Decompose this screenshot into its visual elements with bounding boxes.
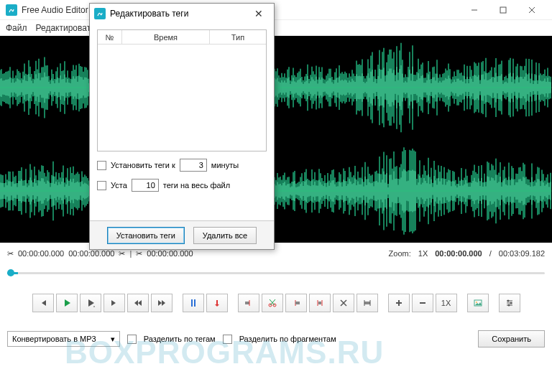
title-bar: Free Audio Editor <box>0 0 552 20</box>
crop-button[interactable] <box>356 294 378 312</box>
scissors-icon: ✂ <box>136 249 142 258</box>
col-number: № <box>98 30 122 44</box>
edit-tags-dialog: Редактировать теги ✕ № Время Тип Установ… <box>89 3 275 250</box>
scissors-icon: ✂ <box>7 249 14 258</box>
minutes-label: минуты <box>211 161 239 169</box>
svg-rect-1560 <box>364 302 370 304</box>
waveform-view[interactable] <box>0 36 552 243</box>
transport-toolbar: 1X <box>0 281 552 325</box>
split-tags-checkbox[interactable] <box>127 335 137 344</box>
position-time: 00:00:00.000 <box>435 249 482 258</box>
dialog-titlebar[interactable]: Редактировать теги ✕ <box>90 4 274 24</box>
menu-bar: Файл Редактировать <box>0 20 552 36</box>
col-time: Время <box>122 30 210 44</box>
svg-rect-1 <box>500 7 506 13</box>
time-end: 00:00:00.000 <box>147 249 193 258</box>
tags-whole-file-label: теги на весь файл <box>163 181 230 190</box>
save-button[interactable]: Сохранить <box>478 330 545 347</box>
dialog-close-button[interactable]: ✕ <box>248 8 270 19</box>
split-fragments-label: Разделить по фрагментам <box>239 335 336 343</box>
split-tags-label: Разделить по тегам <box>144 335 216 343</box>
set-tags-interval-label: Установить теги к <box>111 161 175 169</box>
maximize-button[interactable] <box>489 0 518 20</box>
position-slider-row <box>0 264 552 281</box>
close-button[interactable] <box>518 0 546 20</box>
set-tags-count-label: Уста <box>111 181 127 190</box>
svg-rect-1547 <box>245 302 249 304</box>
split-fragments-checkbox[interactable] <box>223 335 232 344</box>
position-slider[interactable] <box>7 272 545 274</box>
tags-table[interactable]: № Время Тип <box>97 29 267 151</box>
chevron-down-icon: ▾ <box>111 335 115 344</box>
image-button[interactable] <box>467 294 489 312</box>
scissors-icon: ✂ <box>119 249 125 258</box>
svg-line-1552 <box>270 299 275 305</box>
bottom-bar: Конвертировать в MP3▾ Разделить по тегам… <box>0 325 552 353</box>
svg-rect-1554 <box>295 302 300 304</box>
rewind-button[interactable] <box>127 294 149 312</box>
delete-all-button[interactable]: Удалить все <box>193 227 257 244</box>
zoom-in-button[interactable] <box>388 294 410 312</box>
trim-outside-button[interactable] <box>309 294 331 312</box>
cut-left-button[interactable] <box>238 294 259 312</box>
forward-button[interactable] <box>151 294 172 312</box>
svg-rect-4 <box>0 36 552 243</box>
timeline-bar: ✂ 00:00:00.000 00:00:00.000 ✂ | ✂ 00:00:… <box>0 243 552 264</box>
time-start: 00:00:00.000 <box>18 249 64 258</box>
format-dropdown[interactable]: Конвертировать в MP3▾ <box>7 331 120 347</box>
app-icon <box>94 8 106 19</box>
marker-red-button[interactable] <box>206 294 228 312</box>
svg-line-1551 <box>270 299 275 305</box>
svg-rect-1556 <box>318 302 321 304</box>
skip-end-button[interactable] <box>104 294 125 312</box>
interval-minutes-input[interactable] <box>180 159 207 172</box>
zoom-label: Zoom: <box>389 249 411 258</box>
time-sel: 00:00:00.000 <box>68 249 114 258</box>
set-tags-count-checkbox[interactable] <box>97 181 106 190</box>
cut-button[interactable] <box>262 294 283 312</box>
settings-button[interactable] <box>499 294 520 312</box>
delete-button[interactable] <box>333 294 354 312</box>
play-selection-button[interactable] <box>80 294 101 312</box>
dialog-title: Редактировать теги <box>110 9 248 19</box>
svg-point-1571 <box>510 302 512 304</box>
app-icon <box>6 4 17 16</box>
rate-button[interactable]: 1X <box>436 294 457 312</box>
menu-edit[interactable]: Редактировать <box>36 23 96 33</box>
skip-start-button[interactable] <box>32 294 54 312</box>
cut-right-button[interactable] <box>285 294 307 312</box>
marker-blue-button[interactable] <box>183 294 204 312</box>
zoom-value: 1X <box>418 249 428 258</box>
slider-thumb[interactable] <box>7 269 14 276</box>
svg-point-1569 <box>507 300 509 302</box>
menu-file[interactable]: Файл <box>6 23 27 33</box>
tags-count-input[interactable] <box>132 179 159 192</box>
col-type: Тип <box>210 30 266 44</box>
zoom-out-button[interactable] <box>412 294 433 312</box>
duration-time: 00:03:09.182 <box>499 249 545 258</box>
set-tags-interval-checkbox[interactable] <box>97 161 106 170</box>
play-button[interactable] <box>56 294 78 312</box>
svg-point-1573 <box>507 304 510 307</box>
minimize-button[interactable] <box>460 0 489 20</box>
set-tags-button[interactable]: Установить теги <box>107 227 185 244</box>
svg-point-1567 <box>476 302 477 303</box>
